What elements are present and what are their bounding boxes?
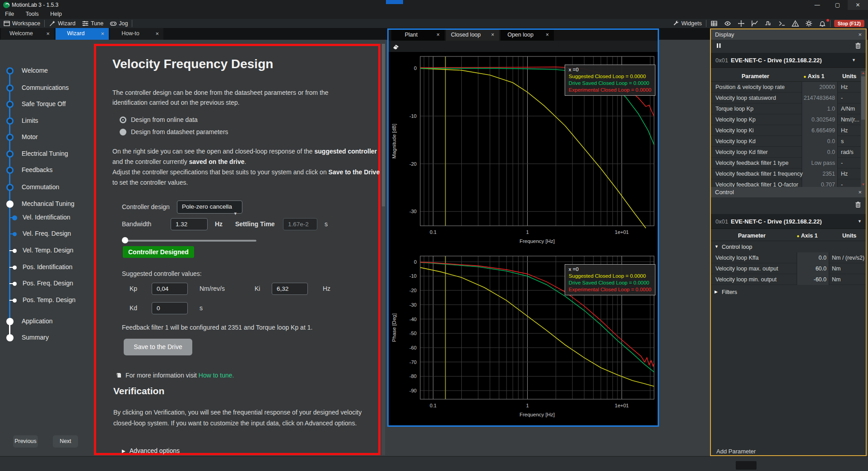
svg-text:-20: -20	[409, 288, 417, 293]
svg-text:0: 0	[414, 259, 417, 265]
minimize-button[interactable]: —	[807, 0, 827, 10]
bandwidth-unit: Hz	[215, 220, 223, 228]
settling-time-input[interactable]: 1.67e-2	[283, 218, 317, 230]
sidebar-item-vel-identification[interactable]: Vel. Identification	[23, 214, 70, 221]
stop-button[interactable]: Stop (F12)	[834, 20, 864, 27]
tab-close-icon[interactable]: ×	[155, 30, 159, 37]
chart-tab-plant[interactable]: Plant×	[391, 30, 445, 41]
sidebar-item-pos-temp-design[interactable]: Pos. Temp. Design	[23, 296, 75, 303]
move-icon[interactable]	[734, 19, 748, 28]
workspace-button[interactable]: Workspace	[0, 19, 43, 28]
wrench-icon	[673, 20, 680, 27]
wave-icon[interactable]	[761, 19, 775, 28]
sidebar-item-motor[interactable]: Motor	[22, 133, 38, 140]
maximize-button[interactable]: ▢	[827, 0, 848, 10]
tab-close-icon[interactable]: ×	[46, 30, 50, 37]
sidebar-item-commutation[interactable]: Commutation	[22, 183, 59, 191]
eye-icon[interactable]	[721, 19, 734, 28]
tune-icon	[82, 20, 89, 27]
svg-text:Magnitude [dB]: Magnitude [dB]	[391, 124, 397, 159]
table-row[interactable]: Velocity loop max. output 60.0 Nm	[711, 263, 866, 274]
group-row-control-loop[interactable]: ▼Control loop	[711, 242, 866, 252]
terminal-icon[interactable]	[775, 19, 789, 28]
controller-design-label: Controller design	[122, 203, 170, 210]
tab-welcome[interactable]: Welcome×	[1, 28, 54, 40]
svg-text:1: 1	[526, 403, 529, 408]
save-to-drive-button[interactable]: Save to the Drive	[124, 339, 192, 355]
svg-text:1e+01: 1e+01	[615, 229, 629, 235]
wizard-button[interactable]: Wizard	[46, 19, 79, 28]
sidebar-item-safe-torque-off[interactable]: Safe Torque Off	[22, 100, 66, 107]
chart-icon[interactable]	[748, 19, 761, 28]
sidebar-item-summary[interactable]: Summary	[22, 334, 49, 341]
sidebar-item-vel-temp-design[interactable]: Vel. Temp. Design	[23, 247, 74, 254]
table-row[interactable]: Velocity loop Kffa 0.0 Nm / (rev/s2)	[711, 252, 866, 263]
param-units: Nm	[832, 266, 840, 272]
gear-icon[interactable]	[802, 19, 816, 28]
sidebar-item-vel-freq-design[interactable]: Vel. Freq. Design	[23, 230, 71, 237]
eraser-icon[interactable]	[392, 43, 399, 50]
description-text: On the right side you can see the open a…	[112, 146, 383, 188]
jog-button[interactable]: Jog	[107, 19, 131, 28]
kd-input[interactable]: 0	[152, 302, 188, 314]
table-icon[interactable]	[707, 19, 721, 28]
chart-legend: x =0Suggested Closed Loop = 0.0000Drive …	[565, 65, 655, 96]
radio-online-data[interactable]: Design from online data	[120, 116, 198, 123]
step-dot	[6, 184, 14, 191]
sidebar-item-limits[interactable]: Limits	[22, 117, 38, 124]
sidebar-item-electrical-tuning[interactable]: Electrical Tuning	[22, 150, 68, 157]
advanced-options-toggle[interactable]: ▶ Advanced options	[122, 447, 180, 454]
radio-datasheet-icon[interactable]	[120, 129, 126, 135]
chart-tab-closed-loop[interactable]: Closed loop×	[446, 30, 499, 41]
add-parameter-button[interactable]: Add Parameter	[716, 448, 756, 455]
step-dot	[6, 134, 14, 141]
wizard-scrollbar-thumb[interactable]	[382, 44, 385, 206]
wizard-content-panel: Velocity Frequency Design The controller…	[94, 44, 381, 455]
sidebar-item-mechanical-tuning[interactable]: Mechanical Tuning	[22, 200, 74, 207]
kp-input[interactable]: 0,04	[152, 283, 188, 295]
tab-close-icon[interactable]: ×	[546, 32, 549, 38]
legend-entry: Suggested Closed Loop = 0.0000	[569, 73, 651, 80]
table-row[interactable]: Velocity loop min. output -60.0 Nm	[711, 274, 866, 285]
wizard-icon	[49, 20, 56, 27]
radio-online-icon[interactable]	[120, 117, 126, 123]
sidebar-item-pos-identification[interactable]: Pos. Identification	[23, 263, 73, 270]
sidebar-item-welcome[interactable]: Welcome	[22, 67, 48, 74]
controller-design-dropdown[interactable]: Pole-zero cancella ▼	[177, 201, 242, 214]
svg-text:Phase [Deg]: Phase [Deg]	[391, 313, 397, 342]
close-button[interactable]: ✕	[848, 0, 868, 10]
slider-track[interactable]	[122, 240, 256, 242]
menu-help[interactable]: Help	[45, 10, 67, 18]
sidebar-item-application[interactable]: Application	[22, 317, 53, 325]
slider-thumb[interactable]	[122, 237, 128, 243]
next-button[interactable]: Next	[53, 435, 78, 448]
wizard-scrollbar[interactable]	[382, 44, 385, 455]
menu-tools[interactable]: Tools	[21, 10, 44, 18]
sidebar-item-feedbacks[interactable]: Feedbacks	[22, 166, 52, 173]
ki-input[interactable]: 6,32	[272, 283, 308, 295]
tab-close-icon[interactable]: ×	[491, 32, 494, 38]
sidebar-item-pos-freq-design[interactable]: Pos. Freq. Design	[23, 280, 73, 287]
how-to-tune-link[interactable]: How to tune.	[199, 372, 234, 379]
chart-tab-open-loop[interactable]: Open loop×	[501, 30, 554, 41]
tab-how-to[interactable]: How-to×	[110, 28, 163, 40]
bell-icon[interactable]	[816, 19, 829, 28]
toolbar: WorkspaceWizardTuneJog Widgets Stop (F12…	[0, 19, 868, 28]
tune-button[interactable]: Tune	[79, 19, 107, 28]
tab-wizard[interactable]: Wizard×	[56, 28, 109, 40]
bandwidth-input[interactable]: 1.32	[171, 218, 208, 230]
sidebar-item-communications[interactable]: Communications	[22, 84, 69, 91]
tab-close-icon[interactable]: ×	[101, 30, 104, 37]
previous-button[interactable]: Previous	[13, 435, 38, 448]
radio-datasheet[interactable]: Design from datasheet parameters	[120, 128, 228, 135]
warning-icon[interactable]	[789, 19, 802, 28]
legend-entry: Suggested Closed Loop = 0.0000	[569, 273, 651, 280]
menu-file[interactable]: File	[0, 10, 19, 18]
step-dot	[13, 266, 17, 270]
step-dot	[13, 282, 17, 286]
widgets-button[interactable]: Widgets	[669, 19, 705, 28]
legend-entry: Experimental Closed Loop = 0.0000	[569, 87, 651, 93]
group-row-filters[interactable]: ▶Filters	[711, 287, 866, 298]
bandwidth-slider[interactable]	[122, 237, 256, 243]
tab-close-icon[interactable]: ×	[436, 32, 440, 38]
